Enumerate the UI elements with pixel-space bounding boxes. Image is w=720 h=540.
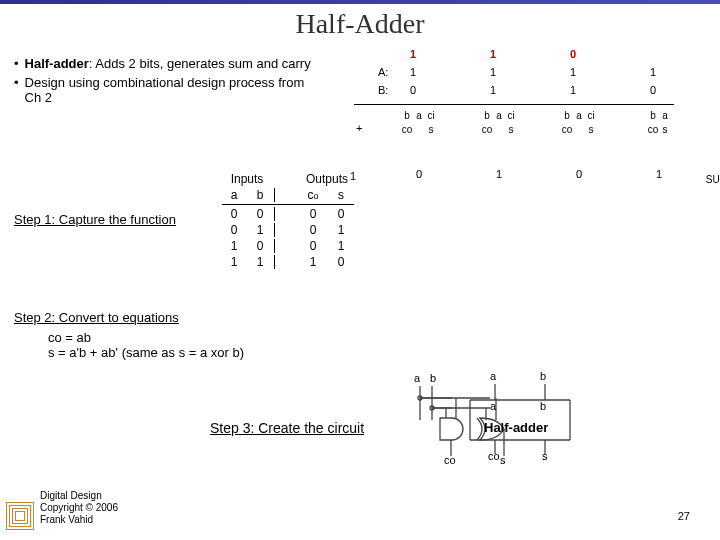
bullet-dot: • [14,75,19,105]
page-title: Half-Adder [0,10,720,38]
table-row: 0101 [222,223,354,237]
plus-sign: + [356,122,362,134]
sum-label: SUM [706,174,720,185]
a-bit: 1 [484,66,502,78]
col-s: s [328,188,354,202]
carry-bit: 1 [410,48,416,60]
col-b: b [248,188,272,202]
block-out-co: co [488,450,500,462]
step-2-label: Step 2: Convert to equations [14,310,179,325]
table-row: 0000 [222,207,354,221]
carry-bit: 0 [570,48,576,60]
equations: co = ab s = a'b + ab' (same as s = a xor… [48,330,244,360]
half-adder-block: a b a b Half-adder co s [440,380,600,473]
copyright: Digital Design Copyright © 2006 Frank Va… [40,490,118,526]
block-inner-a: a [490,400,496,412]
binary-addition: 1 1 0 A: 1 1 1 1 + B: 0 1 1 0 baci cos 0… [360,48,720,120]
bullet-2: • Design using combinational design proc… [14,75,324,105]
a-bit: 1 [644,66,662,78]
row-b-label: B: [378,84,388,96]
block-in-b: b [540,370,546,382]
adder-column: baci cos 0 [384,110,454,180]
col-a: a [222,188,246,202]
a-bit: 1 [564,66,582,78]
top-accent-bar [0,0,720,4]
table-row: 1001 [222,239,354,253]
sum-rule [354,104,674,105]
row-a-label: A: [378,66,388,78]
b-bit: 1 [484,84,502,96]
credit-line: Copyright © 2006 [40,502,118,514]
credit-line: Frank Vahid [40,514,118,526]
bullet-rest: : Adds 2 bits, generates sum and carry [89,56,311,71]
bullet-1: • Half-adder: Adds 2 bits, generates sum… [14,56,324,71]
bullet-list: • Half-adder: Adds 2 bits, generates sum… [14,56,324,109]
eq-co: co = ab [48,330,244,345]
table-row: 1110 [222,255,354,269]
gate-in-b: b [430,372,436,384]
eq-s: s = a'b + ab' (same as s = a xor b) [48,345,244,360]
block-in-a: a [490,370,496,382]
bullet-text: Half-adder: Adds 2 bits, generates sum a… [25,56,311,71]
adder-column: baci cos 1 [464,110,534,180]
adder-column: baci cos 0 [544,110,614,180]
corner-logo-icon [6,502,34,530]
carry-bit: 1 [490,48,496,60]
th-inputs: Inputs [222,172,272,186]
block-inner-b: b [540,400,546,412]
rule [222,204,354,205]
block-name: Half-adder [484,420,548,435]
page-number: 27 [678,510,690,522]
b-bit: 0 [404,84,422,96]
bullet-lead: Half-adder [25,56,89,71]
step-3-label: Step 3: Create the circuit [210,420,364,436]
step-1-label: Step 1: Capture the function [14,212,176,227]
credit-line: Digital Design [40,490,118,502]
block-out-s: s [542,450,548,462]
b-bit: 0 [644,84,662,96]
adder-column: ba cos 1 [624,110,694,180]
sum-bit: 1 [344,170,362,182]
bullet-dot: • [14,56,19,71]
gate-in-a: a [414,372,420,384]
a-bit: 1 [404,66,422,78]
truth-table: InputsOutputs abcos 0000 0101 1001 1110 [220,170,356,271]
bullet-text: Design using combinational design proces… [25,75,324,105]
b-bit: 1 [564,84,582,96]
